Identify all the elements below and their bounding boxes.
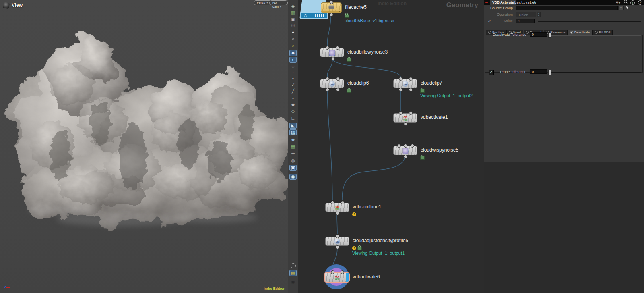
output-connector[interactable] xyxy=(404,155,407,158)
output-connector[interactable] xyxy=(336,88,340,91)
light-icon[interactable]: ○ xyxy=(289,43,297,49)
diamond-icon[interactable]: ◆ xyxy=(289,137,297,143)
view-cone-icon[interactable]: ◣ xyxy=(289,123,297,129)
value-input[interactable]: 1 xyxy=(516,19,535,23)
point-icon[interactable]: • xyxy=(289,75,297,81)
operation-label: Operation xyxy=(484,12,513,17)
brush-icon[interactable]: ◆ xyxy=(289,102,297,108)
snapshot-icon[interactable]: ▫ xyxy=(289,95,297,101)
gear-menu-icon[interactable]: ✻▼ xyxy=(616,0,621,5)
output-connector[interactable] xyxy=(404,122,407,126)
material-icon[interactable]: ▩ xyxy=(289,10,297,16)
scene-viewport[interactable]: View Persp▼ No cam▼ Indie Edition xyxy=(0,0,288,293)
marker-pen-icon[interactable]: ✓ xyxy=(289,82,297,88)
lock-camera-icon[interactable]: ▣ xyxy=(289,16,297,22)
display-flag[interactable] xyxy=(346,273,349,282)
node-name-field[interactable]: vdbactivate6 xyxy=(510,0,536,5)
progress-circle-icon xyxy=(304,14,307,17)
vdb-icon: ∞VDB xyxy=(403,115,408,121)
deactivate-groupbox xyxy=(485,35,643,73)
info-icon[interactable]: i xyxy=(289,263,297,269)
input-connector[interactable] xyxy=(341,201,345,204)
axis-jack-icon[interactable]: ✛ xyxy=(289,151,297,157)
input-connector[interactable] xyxy=(336,77,340,81)
deactivate-tolerance-input[interactable]: 0 xyxy=(530,32,547,37)
brush2-icon[interactable]: ◇ xyxy=(289,108,297,114)
output-connector[interactable] xyxy=(336,245,339,249)
prune-tolerance-input[interactable]: 0 xyxy=(530,69,547,74)
dust-icon[interactable]: · xyxy=(289,69,297,75)
source-group-input[interactable] xyxy=(516,6,618,10)
location-pin-icon[interactable]: ◉ xyxy=(289,174,297,180)
vdb-icon: ∞VDB xyxy=(335,205,340,210)
cloud-render xyxy=(0,0,288,293)
output-connector[interactable] xyxy=(336,212,339,215)
parameter-panel: ∞ VDB Activate vdbactivate6 ✻▼ i ? Sourc… xyxy=(484,0,644,293)
output-connector[interactable] xyxy=(331,57,335,60)
deactivate-tolerance-slider[interactable] xyxy=(551,35,641,35)
warning-icon: ! xyxy=(352,246,356,250)
eye-icon[interactable]: ◉ xyxy=(289,279,297,285)
chevron-down-icon: ▼ xyxy=(266,2,268,4)
deactivate-tolerance-slider-handle[interactable] xyxy=(548,33,551,38)
input-connector[interactable] xyxy=(397,144,401,148)
prune-tolerance-slider-handle[interactable] xyxy=(548,70,551,75)
progress-tick xyxy=(321,14,322,17)
input-connector[interactable] xyxy=(411,144,414,148)
view-tool-icon[interactable] xyxy=(3,2,10,9)
prune-tolerance-slider[interactable] xyxy=(551,72,641,73)
output-connector[interactable] xyxy=(330,13,333,17)
grid-tiles-icon[interactable]: ▦ xyxy=(289,270,297,276)
dropper-icon[interactable]: ╱ xyxy=(289,88,297,94)
noise-icon xyxy=(329,50,335,56)
node-vdbcombine1[interactable]: ∞VDB xyxy=(325,203,349,212)
operation-spinner[interactable]: ▲▼ xyxy=(537,12,541,17)
bbox-icon[interactable]: ▦ xyxy=(289,143,297,150)
warning-icon: ! xyxy=(352,212,356,216)
node-filecache5[interactable] xyxy=(321,2,342,13)
show-character-icon[interactable]: ☻ xyxy=(289,50,297,56)
group-dropdown-button[interactable]: ▼ xyxy=(618,6,624,10)
output-connector[interactable] xyxy=(409,88,413,91)
hatch-plane-icon[interactable]: ▨ xyxy=(289,129,297,135)
headlight-icon[interactable]: ○ xyxy=(289,36,297,42)
input-connector[interactable] xyxy=(330,0,333,4)
progress-tick xyxy=(315,14,316,17)
node-label: cloudclip6 xyxy=(347,79,369,87)
node-badges xyxy=(420,88,425,93)
character-icon[interactable]: ☉ xyxy=(289,23,297,29)
input-connector[interactable] xyxy=(409,77,413,81)
value-slider[interactable] xyxy=(538,21,641,22)
node-label: cloudclip7 xyxy=(421,79,442,87)
node-info-text: cloud05Base_v1.bgeo.sc xyxy=(345,18,394,23)
search-icon[interactable] xyxy=(624,0,627,5)
ruler-icon[interactable]: ∟ xyxy=(289,115,297,121)
node-vdbactivate1[interactable]: ∞VDB xyxy=(393,113,417,123)
node-vdbactivate6[interactable]: ∞VDB xyxy=(324,272,349,282)
shading-mode-icon[interactable]: ◈ xyxy=(289,3,297,9)
network-editor[interactable]: Indie Edition Geometry filecache5cloud05… xyxy=(298,0,484,293)
node-cloudclip7[interactable]: ☁ xyxy=(393,79,417,88)
input-connector[interactable] xyxy=(336,235,339,238)
help-icon[interactable]: ? xyxy=(638,0,642,5)
info-icon[interactable]: i xyxy=(630,0,635,5)
sphere-icon[interactable]: ● xyxy=(289,29,297,35)
node-cloudbillowynoise3[interactable] xyxy=(320,48,344,57)
viewport-toolbar: ◈▩▣☉●○○☻◐◌·•✓╱▫◆◇∟◣▨◆▦✛◍▣◉i▦◉ xyxy=(288,0,298,293)
input-connector[interactable] xyxy=(404,144,407,148)
node-cloudclip6[interactable]: ☁ xyxy=(320,79,344,88)
input-connector[interactable] xyxy=(409,111,413,115)
group-pick-arrow-icon[interactable] xyxy=(626,6,630,10)
vdb-icon: ∞VDB xyxy=(335,274,339,280)
operation-select[interactable]: Union xyxy=(516,12,536,17)
menu-circle-icon[interactable]: ◍ xyxy=(289,158,297,164)
camera-select-menu[interactable]: No cam▼ xyxy=(269,0,288,5)
noise-icon xyxy=(402,148,409,154)
mask-icon[interactable]: ◐ xyxy=(289,57,297,63)
visibility-icon[interactable]: ◌ xyxy=(289,64,297,70)
image-plane-icon[interactable]: ▣ xyxy=(289,165,297,171)
input-connector[interactable] xyxy=(336,46,339,50)
node-label: filecache5 xyxy=(345,2,367,12)
node-label: vdbactivate1 xyxy=(421,113,448,122)
node-label: cloudwispynoise5 xyxy=(421,146,458,154)
